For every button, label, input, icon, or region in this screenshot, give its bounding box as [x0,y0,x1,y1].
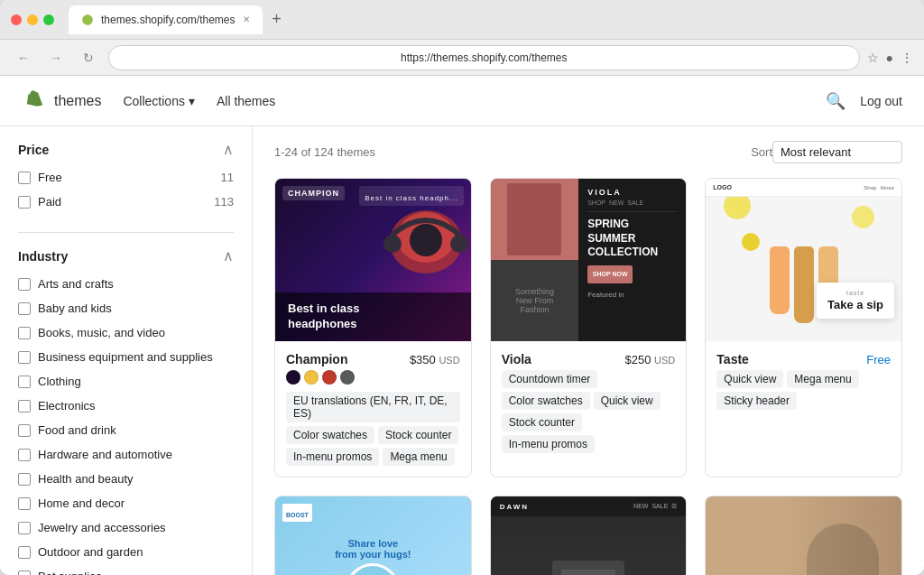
active-tab[interactable]: themes.shopify.com/themes ✕ [69,5,263,34]
theme-card-villa[interactable]: Best-selling classics Villa [705,496,902,575]
industry-label-7: Hardware and automotive [38,448,172,461]
logo-area: themes [22,88,101,114]
theme-card-champion[interactable]: CHAMPION Best in [274,178,472,478]
industry-label-9: Home and decor [38,496,125,510]
paid-checkbox[interactable] [18,196,31,209]
free-checkbox[interactable] [18,172,31,184]
theme-card-taste[interactable]: taste Take a sip LOGO Shop About [705,178,902,478]
theme-colors-champion [286,370,460,385]
industry-checkbox-5[interactable] [18,400,31,413]
all-themes-nav-link[interactable]: All themes [217,94,275,108]
theme-tags-viola: Countdown timer Color swatches Quick vie… [502,370,676,453]
search-button[interactable]: 🔍 [826,91,845,111]
theme-tags-champion: EU translations (EN, FR, IT, DE, ES) Col… [286,392,460,466]
filter-item-paid: Paid 113 [18,193,234,210]
reload-button[interactable]: ↻ [76,45,101,70]
price-filter-title: Price [18,143,49,157]
theme-name-viola: Viola [502,352,531,366]
tag: Color swatches [502,392,590,410]
theme-card-boost[interactable]: Share lovefrom your hugs! 🤗 boost 🔍 [274,496,472,575]
close-window-button[interactable] [11,14,22,25]
chevron-down-icon: ▾ [189,94,195,108]
industry-checkbox-0[interactable] [18,278,31,291]
filter-item-free: Free 11 [18,169,234,186]
theme-price-viola: $250 USD [625,353,676,366]
filter-item-industry: Hardware and automotive [18,446,234,463]
tag: Mega menu [383,448,454,466]
industry-checkbox-8[interactable] [18,473,31,486]
color-swatch[interactable] [304,370,319,385]
free-label: Free [38,171,62,184]
industry-filter-toggle-icon: ∧ [223,247,234,264]
industry-label-6: Food and drink [38,423,116,437]
filter-item-industry: Business equipment and supplies [18,348,234,366]
theme-card-viola[interactable]: SomethingNew FromFashion VIOLA SHOP NEW [490,178,688,478]
theme-grid: CHAMPION Best in [274,178,902,575]
filter-item-industry: Arts and crafts [18,275,234,292]
filter-item-industry: Electronics [18,397,234,414]
theme-price-taste: Free [866,353,891,366]
filter-item-industry: Food and drink [18,422,234,439]
theme-price-champion: $350 USD [410,353,460,366]
theme-info-viola: Viola $250 USD Countdown timer Color swa… [491,341,687,464]
tag: Color swatches [286,426,374,444]
collections-nav-link[interactable]: Collections ▾ [123,94,194,108]
industry-label-5: Electronics [38,399,96,413]
address-bar[interactable]: https://themes.shopify.com/themes [108,45,860,70]
logout-button[interactable]: Log out [860,94,902,108]
filter-item-industry: Clothing [18,373,234,390]
filter-item-industry: Baby and kids [18,300,234,317]
tag: Quick view [716,370,783,388]
industry-label-4: Clothing [38,375,81,388]
filter-item-industry: Books, music, and video [18,324,234,341]
color-swatch[interactable] [322,370,337,385]
industry-checkbox-9[interactable] [18,497,31,510]
results-header: 1-24 of 124 themes Sort Most relevant Ne… [274,141,902,163]
industry-checkbox-6[interactable] [18,424,31,437]
paid-count: 113 [214,195,234,209]
industry-checkbox-1[interactable] [18,302,31,315]
maximize-window-button[interactable] [43,14,54,25]
industry-checkbox-3[interactable] [18,351,31,364]
shopify-logo-icon [22,88,47,114]
color-swatch[interactable] [340,370,355,385]
theme-preview-dawn: DAWN NEW SALE ☰ [491,496,687,575]
menu-icon[interactable]: ⋮ [901,51,913,65]
filter-item-industry: Pet supplies [18,568,234,575]
filter-divider [18,232,234,233]
forward-button[interactable]: → [43,45,69,70]
industry-checkbox-10[interactable] [18,522,31,534]
traffic-lights [11,14,54,25]
account-icon[interactable]: ● [886,51,893,65]
industry-checkbox-7[interactable] [18,449,31,461]
tag: Countdown timer [502,370,598,388]
nav-right: 🔍 Log out [826,91,902,111]
bookmark-icon[interactable]: ☆ [867,51,879,65]
industry-checkbox-11[interactable] [18,546,31,559]
price-filter-header[interactable]: Price ∧ [18,141,234,158]
free-count: 11 [221,171,234,184]
sort-label: Sort [751,145,772,159]
top-nav: themes Collections ▾ All themes 🔍 Log ou… [0,76,924,126]
filter-item-industry: Outdoor and garden [18,543,234,561]
filter-item-industry: Health and beauty [18,470,234,487]
industry-checkbox-12[interactable] [18,570,31,576]
theme-card-dawn[interactable]: DAWN NEW SALE ☰ [490,496,688,575]
industry-checkbox-2[interactable] [18,327,31,339]
industry-filter-header[interactable]: Industry ∧ [18,247,234,264]
back-button[interactable]: ← [11,45,36,70]
tab-close-button[interactable]: ✕ [243,14,250,24]
new-tab-button[interactable]: + [266,9,288,31]
theme-info-champion: Champion $350 USD EU translations (EN, F [275,341,471,477]
color-swatch[interactable] [286,370,300,385]
minimize-window-button[interactable] [27,14,38,25]
price-filter-section: Price ∧ Free 11 Paid [18,141,234,210]
industry-filter-title: Industry [18,249,68,264]
industry-label-12: Pet supplies [38,570,102,575]
industry-label-8: Health and beauty [38,472,134,486]
theme-name-champion: Champion [286,352,347,366]
app-container: themes Collections ▾ All themes 🔍 Log ou… [0,76,924,575]
sort-dropdown[interactable]: Most relevant Newest Price: Low to High … [772,141,902,163]
tag: Stock counter [378,426,458,444]
industry-checkbox-4[interactable] [18,376,31,388]
